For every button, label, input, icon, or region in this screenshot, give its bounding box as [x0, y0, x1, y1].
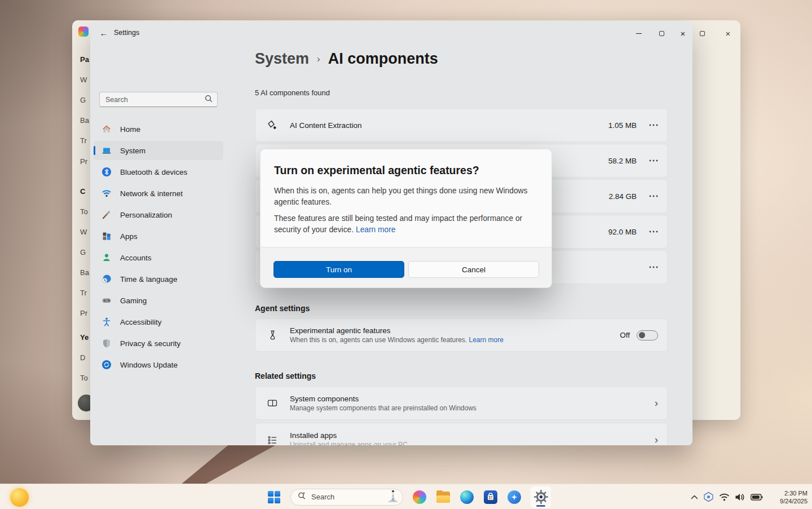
sidebar-item-windows-update[interactable]: Windows Update [94, 355, 223, 374]
agentic-features-toggle[interactable] [637, 330, 658, 340]
widgets-weather-icon[interactable] [10, 488, 29, 507]
taskbar-clock[interactable]: 2:30 PM 9/24/2025 [773, 489, 807, 505]
taskbar-center: Search [267, 484, 551, 509]
component-row[interactable]: AI Content Extraction 1.05 MB [255, 108, 668, 142]
copilot-app-icon [78, 26, 89, 37]
bg-sidebar-fragment: Ba [80, 116, 89, 125]
bg-sidebar-fragment: D [80, 353, 85, 362]
toggle-state-label: Off [620, 331, 630, 339]
agentic-features-dialog: Turn on experimental agentic features? W… [260, 149, 552, 288]
chevron-right-icon: › [655, 397, 658, 409]
ai-sparkle-icon [267, 119, 278, 131]
sidebar-item-label: Privacy & security [120, 339, 180, 348]
hidden-icons-chevron[interactable] [691, 495, 698, 499]
component-name: AI Content Extraction [290, 121, 608, 130]
breadcrumb-separator-icon: › [317, 54, 320, 65]
back-arrow-icon: ← [100, 28, 108, 38]
sidebar-item-label: System [120, 147, 145, 155]
system-tray: 2:30 PM 9/24/2025 [691, 484, 807, 509]
more-options-button[interactable] [649, 124, 658, 126]
sidebar-item-label: Network & internet [120, 189, 183, 198]
bg-sidebar-fragment: To [80, 207, 88, 216]
more-options-button[interactable] [649, 195, 658, 197]
sidebar-item-accounts[interactable]: Accounts [94, 248, 223, 267]
breadcrumb-parent[interactable]: System [255, 50, 309, 68]
copilot-icon [413, 490, 426, 504]
sidebar-item-personalization[interactable]: Personalization [94, 205, 223, 224]
more-options-button[interactable] [649, 231, 658, 233]
bg-window-close-button[interactable]: × [721, 26, 735, 41]
chevron-right-icon: › [655, 433, 658, 445]
maximize-icon [700, 31, 705, 36]
section-header: Agent settings [255, 304, 310, 313]
component-size: 58.2 MB [608, 157, 637, 165]
sidebar-item-home[interactable]: Home [94, 119, 223, 139]
breadcrumb: System › AI components [255, 48, 438, 69]
learn-more-link[interactable]: Learn more [469, 336, 504, 344]
sidebar-item-gaming[interactable]: Gaming [94, 291, 223, 310]
windows-logo-icon [268, 491, 280, 503]
battery-icon[interactable] [751, 494, 763, 501]
tray-app-icon[interactable] [703, 492, 714, 502]
component-size: 92.0 MB [608, 228, 637, 236]
sidebar-search-input[interactable]: Search [99, 92, 218, 107]
sidebar-item-label: Windows Update [120, 361, 178, 369]
bg-sidebar-fragment: Tr [80, 136, 87, 145]
dialog-paragraph: These features are still being tested an… [274, 213, 535, 236]
sidebar-item-system[interactable]: System [94, 141, 223, 160]
search-placeholder: Search [105, 96, 205, 104]
close-button[interactable]: × [673, 25, 692, 42]
close-icon: × [726, 29, 731, 38]
file-explorer-icon[interactable] [436, 490, 450, 504]
installed-apps-row[interactable]: Installed apps Uninstall and manage apps… [255, 423, 668, 445]
sidebar-item-accessibility[interactable]: Accessibility [94, 312, 223, 331]
sidebar-item-privacy-security[interactable]: Privacy & security [94, 334, 223, 353]
setting-title: Experimental agentic features [290, 326, 620, 335]
edge-browser-icon[interactable] [460, 490, 474, 504]
more-options-button[interactable] [649, 160, 658, 162]
person-icon [101, 253, 112, 263]
wifi-tray-icon[interactable] [719, 493, 730, 501]
bg-sidebar-fragment: To [80, 374, 88, 382]
back-button[interactable]: ← [96, 25, 111, 40]
bg-sidebar-fragment: Tr [80, 289, 87, 297]
clock-icon [101, 274, 112, 285]
bg-window-maximize-button[interactable] [695, 26, 709, 41]
sidebar-item-label: Time & language [120, 275, 178, 284]
start-button[interactable] [267, 490, 281, 504]
components-count: 5 AI components found [255, 88, 330, 97]
sidebar-item-apps[interactable]: Apps [94, 227, 223, 246]
clock-time: 2:30 PM [773, 489, 807, 497]
search-placeholder: Search [311, 493, 386, 501]
learn-more-link[interactable]: Learn more [356, 225, 396, 234]
search-icon [298, 492, 306, 502]
search-icon [205, 95, 213, 105]
toggle-knob [639, 332, 645, 338]
flask-icon [267, 330, 278, 341]
cancel-button[interactable]: Cancel [408, 261, 539, 278]
folder-icon [436, 492, 450, 503]
clock-date: 9/24/2025 [773, 497, 807, 505]
bg-sidebar-fragment: Ye [80, 333, 89, 342]
bg-sidebar-fragment: Pa [80, 55, 89, 64]
selected-accent-bar [94, 146, 95, 155]
volume-icon[interactable] [735, 493, 745, 502]
more-options-button[interactable] [649, 266, 658, 268]
copilot-taskbar-icon[interactable] [412, 490, 426, 504]
active-app-indicator [536, 505, 545, 507]
home-icon [101, 124, 112, 135]
apps-icon [101, 231, 112, 242]
sidebar-item-label: Accounts [120, 254, 152, 262]
microsoft-store-icon[interactable] [483, 490, 497, 504]
taskbar-search[interactable]: Search [290, 489, 403, 506]
shield-icon [101, 338, 112, 349]
setting-description: Manage system components that are preins… [290, 404, 655, 412]
accessibility-icon [101, 317, 112, 327]
settings-taskbar-icon[interactable] [531, 486, 551, 508]
sidebar-item-time-language[interactable]: Time & language [94, 269, 223, 289]
turn-on-button[interactable]: Turn on [273, 261, 404, 278]
sidebar-item-bluetooth-devices[interactable]: Bluetooth & devices [94, 162, 223, 182]
system-components-row[interactable]: System components Manage system componen… [255, 386, 668, 420]
sidebar-item-network-internet[interactable]: Network & internet [94, 184, 223, 203]
m365-copilot-icon[interactable] [507, 490, 521, 504]
